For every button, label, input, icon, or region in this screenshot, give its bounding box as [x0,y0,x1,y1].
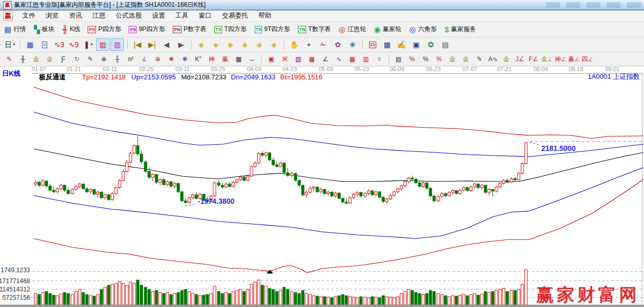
si-angle-button[interactable]: 四∠ [581,53,594,65]
j-angle-button[interactable]: J∠ [514,53,526,65]
toolbar-item-winner-wheel[interactable]: ◉赢家轮 [374,25,401,34]
gold-circle-button[interactable]: 金 [446,53,459,65]
gann-box-button[interactable]: ▤ [392,53,405,65]
notes-tool-button[interactable]: ✍ [395,38,408,51]
fan-lines-button[interactable]: Ж [279,53,291,65]
calculator-tool-button[interactable]: ▦ [380,38,394,51]
k-wave-tool-button[interactable]: K″ [192,53,204,65]
titlebar-button-5[interactable] [627,2,641,8]
menu-item-江恩[interactable]: 江恩 [87,12,111,19]
spiral-tool-button[interactable]: ↻ [71,53,83,65]
toolbar-item-kline[interactable]: ╫K线 [62,25,80,34]
toolbar-item-9p-square[interactable]: P99P四方形 [129,25,165,34]
percent-retrace-button[interactable]: % [406,53,418,65]
toolbar-item-sectors[interactable]: ▚板块 [34,25,54,34]
pattern-window-button[interactable]: ▩ [23,38,37,51]
shen-angle-button[interactable]: 神∠ [554,53,567,65]
nav-next-button[interactable]: ▶ [174,38,188,51]
hatch-lines-button[interactable]: ≡ [373,53,386,65]
toolbar-item-t-number-table[interactable]: TNT数字表 [298,25,331,34]
chart-3-waves-button[interactable]: ∿3 [52,38,66,51]
gann-diamond-cross-button[interactable]: ◈ [267,38,281,51]
toolbar-item-p-number-table[interactable]: PNP数字表 [173,25,207,34]
gold-angle-line-button[interactable]: 金 [500,53,513,65]
spider-web-red-button[interactable]: ❋ [165,53,177,65]
ying-grid-button[interactable]: 赢 [219,53,231,65]
nav-prev-button[interactable]: ◀ [160,38,173,51]
period-day-dropdown-button[interactable]: 日▾ [3,38,17,51]
ying-angle-button[interactable]: 赢∠ [568,53,580,65]
square-of-nine-button[interactable]: n² [125,53,137,65]
gann-diamond-horizontal-button[interactable]: ◈ [224,38,237,51]
toolbar-item-winner-service[interactable]: $赢家服务 [445,25,476,34]
red-grid-button[interactable]: ▦ [346,53,359,65]
info-panel-button[interactable]: ≡ [38,38,51,51]
flower-tool-purple-button[interactable]: ✿ [331,38,345,51]
fib-tool-button[interactable]: Ƒ [57,53,70,65]
angle-lines-button[interactable]: ∠ [319,53,332,65]
angle-mirror-button[interactable]: ∡ [138,53,150,65]
draw-pen-button[interactable]: ✎ [3,53,16,65]
menu-item-资讯[interactable]: 资讯 [64,12,87,19]
nav-first-button[interactable]: |◀ [131,38,144,51]
titlebar-button-2[interactable] [566,2,580,8]
gann-diamond-contract-button[interactable]: ◈ [253,38,266,51]
candle-type-dropdown-button[interactable]: ❚▾ [81,38,95,51]
spider-web-blue-button[interactable]: ❋ [179,53,191,65]
calendar-tool-button[interactable]: 21 [366,38,379,51]
toolbar-item-9t-square[interactable]: T99T四方形 [255,25,291,34]
time-grid-button[interactable]: ╫ [17,53,29,65]
price-ruler-123-button[interactable]: ▦ [232,53,245,65]
fan-grid-button[interactable]: ▨ [292,53,305,65]
titlebar-button-3[interactable] [586,2,600,8]
nav-last-button[interactable]: ▶| [145,38,159,51]
gold-grid-1-button[interactable]: 金 [30,53,43,65]
titlebar-button-4[interactable] [607,2,621,8]
percent-tool-button[interactable]: % [419,53,432,65]
hand-tool-button[interactable]: ✋ [287,38,301,51]
menu-item-交易委托[interactable]: 交易委托 [217,12,253,19]
gann-target-button[interactable]: ⊕ [152,53,164,65]
gold-angle-button[interactable]: 金∠ [541,53,553,65]
toolbar-item-gann-wheel[interactable]: ◎江恩轮 [338,25,366,34]
color-histogram-button[interactable]: ▥ [111,38,124,51]
toolbar-item-quotes[interactable]: ▦行情 [4,25,26,34]
time-grid-2-button[interactable]: ╫ [111,53,124,65]
draw-pen-3-button[interactable]: ✎ [473,53,486,65]
menu-item-窗口[interactable]: 窗口 [194,12,217,19]
kline-chart-canvas[interactable]: 01-0701-2102-1102-2503-1103-2504-0904-23… [0,66,644,307]
wave-abc-button[interactable]: A∿ [487,53,499,65]
percent-level-button[interactable]: % [433,53,445,65]
gann-diamond-expand-button[interactable]: ◈ [238,38,252,51]
gold-grid-2-button[interactable]: 金 [44,53,56,65]
box-select-button[interactable]: ▣ [265,53,278,65]
crosshair-tool-button[interactable]: + [302,38,316,51]
shen-grid-button[interactable]: 神 [205,53,218,65]
wave-tool-button[interactable]: ∿ [333,53,345,65]
pattern-fill-button[interactable]: ▨ [96,38,109,51]
menu-item-浏览[interactable]: 浏览 [40,12,64,19]
chart-area[interactable]: 01-0701-2102-1102-2503-1103-2504-0904-23… [0,66,644,307]
gann-diamond-right-button[interactable]: ◈ [209,38,223,51]
web-box-button[interactable]: ▩ [306,53,318,65]
menu-item-工具[interactable]: 工具 [170,12,194,19]
titlebar-button-1[interactable] [546,2,560,8]
horizontal-measure-button[interactable]: ↔ [246,53,258,65]
menu-item-帮助[interactable]: 帮助 [253,12,277,19]
menu-item-文件[interactable]: 文件 [17,12,40,19]
print-tool-button[interactable]: ▤ [439,38,452,51]
gann-diamond-left-button[interactable]: ◈ [195,38,208,51]
circle-grid-button[interactable]: ⊕ [98,53,110,65]
chart-9-waves-button[interactable]: ∿9 [67,38,80,51]
draw-pen-2-button[interactable]: ✎ [84,53,97,65]
pointer-tool-button[interactable]: ✁ [317,38,330,51]
gold-level-button[interactable]: 金 [460,53,472,65]
toolbar-item-hexagon[interactable]: ◎六角形 [409,25,437,34]
toolbar-item-p-square[interactable]: PSP四方形 [88,25,121,34]
dot-grid-button[interactable]: ▥ [360,53,372,65]
f-angle-button[interactable]: F∠ [527,53,540,65]
menu-item-设置[interactable]: 设置 [147,12,170,19]
network-tool-button[interactable]: ❂ [424,38,437,51]
toolbar-item-t-square[interactable]: TST四方形 [214,25,247,34]
save-tool-button[interactable]: ▣ [409,38,423,51]
